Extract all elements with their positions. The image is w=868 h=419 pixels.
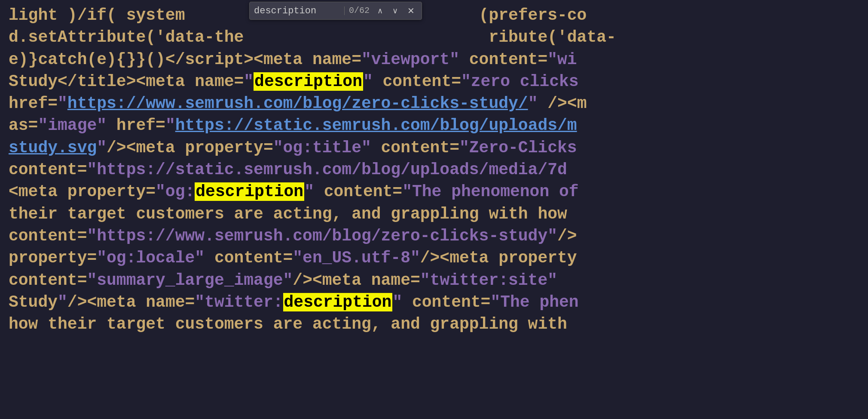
code-text: their target customers are acting, and g… (9, 205, 567, 223)
code-text: content="https://www.semrush.com/blog/ze… (9, 227, 577, 245)
code-text: content="summary_large_image"/><meta nam… (9, 271, 557, 290)
highlight-description-3: description (283, 293, 393, 311)
code-text: href="https://www.semrush.com/blog/zero-… (9, 94, 587, 113)
code-text: how their target customers are acting, a… (9, 315, 567, 333)
code-line: Study"/><meta name="twitter:description"… (9, 291, 859, 313)
highlight-description-2: description (195, 182, 304, 201)
code-text: study.svg"/><meta property="og:title" co… (9, 139, 577, 157)
code-text: content="https://static.semrush.com/blog… (9, 160, 567, 179)
code-line: content="https://static.semrush.com/blog… (9, 159, 859, 181)
code-line: as="image" href="https://static.semrush.… (9, 114, 859, 136)
code-text: property="og:locale" content="en_US.utf-… (9, 249, 577, 267)
find-toolbar: 0/62 ∧ ∨ ✕ (249, 2, 422, 20)
code-line: light )/if( system (prefers-co (9, 4, 859, 26)
code-text: as="image" href="https://static.semrush.… (9, 116, 577, 135)
code-line: <meta property="og:description" content=… (9, 181, 859, 203)
code-line: study.svg"/><meta property="og:title" co… (9, 137, 859, 159)
code-line: e)}catch(e){}}()</script><meta name="vie… (9, 49, 859, 71)
code-line: content="summary_large_image"/><meta nam… (9, 269, 859, 291)
code-line: d.setAttribute('data-the ribute('data- (9, 26, 859, 48)
divider (344, 6, 345, 15)
highlight-description-1: description (254, 72, 363, 91)
code-text: Study</title><meta name="description" co… (9, 72, 579, 91)
code-text: d.setAttribute('data-the ribute('data- (9, 28, 616, 46)
find-prev-button[interactable]: ∧ (375, 5, 385, 16)
find-input[interactable] (254, 6, 340, 16)
code-line: Study</title><meta name="description" co… (9, 71, 859, 92)
code-text: e)}catch(e){}}()</script><meta name="vie… (9, 50, 577, 69)
code-view: light )/if( system (prefers-co d.setAttr… (0, 0, 868, 419)
code-text: Study"/><meta name="twitter:description"… (9, 293, 579, 311)
code-line: content="https://www.semrush.com/blog/ze… (9, 225, 859, 247)
code-line: their target customers are acting, and g… (9, 203, 859, 225)
code-line: how their target customers are acting, a… (9, 313, 859, 335)
code-line: href="https://www.semrush.com/blog/zero-… (9, 92, 859, 114)
code-text: <meta property="og:description" content=… (9, 182, 579, 201)
code-line: property="og:locale" content="en_US.utf-… (9, 247, 859, 269)
find-close-button[interactable]: ✕ (405, 5, 417, 17)
link-static-semrush-uploads[interactable]: https://static.semrush.com/blog/uploads/… (175, 116, 577, 135)
find-count: 0/62 (349, 5, 370, 17)
link-study-svg[interactable]: study.svg (9, 139, 97, 157)
find-next-button[interactable]: ∨ (390, 5, 400, 16)
link-semrush-zero-clicks[interactable]: https://www.semrush.com/blog/zero-clicks… (67, 94, 528, 113)
